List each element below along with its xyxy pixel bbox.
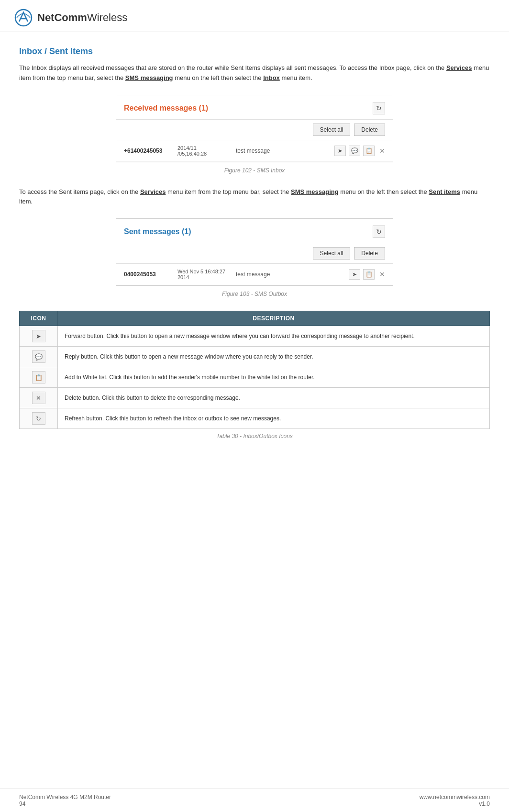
sent-delete-x-button[interactable]: ✕: [379, 271, 385, 278]
sent-recipient-phone: 0400245053: [124, 271, 172, 278]
logo: NetCommWireless: [14, 9, 127, 27]
sent-figure-caption: Figure 103 - SMS Outbox: [19, 291, 490, 297]
icon-cell: 📋: [20, 367, 58, 388]
footer-version: v1.0: [479, 801, 490, 807]
inbox-forward-button[interactable]: ➤: [334, 146, 346, 156]
page-header: NetCommWireless: [0, 0, 509, 32]
icon-table-row: 📋Add to White list. Click this button to…: [20, 367, 490, 388]
forward-icon: ➤: [32, 330, 45, 342]
main-content: Inbox / Sent Items The Inbox displays al…: [0, 32, 509, 459]
icon-table-row: ✕Delete button. Click this button to del…: [20, 388, 490, 408]
inbox-refresh-button[interactable]: ↻: [373, 102, 385, 114]
sent-message-actions: ➤ 📋 ✕: [349, 269, 385, 280]
sent-panel-header: Sent messages (1) ↻: [116, 219, 393, 243]
icon-description: Delete button. Click this button to dele…: [58, 388, 490, 408]
icon-table-row: ↻Refresh button. Click this button to re…: [20, 408, 490, 429]
inbox-select-all-button[interactable]: Select all: [313, 124, 351, 136]
table-caption: Table 30 - Inbox/Outbox Icons: [19, 433, 490, 440]
refresh-icon: ↻: [32, 412, 45, 425]
inbox-reply-button[interactable]: 💬: [349, 146, 360, 156]
sent-panel-wrapper: Sent messages (1) ↻ Select all Delete 04…: [19, 218, 490, 286]
sent-select-all-button[interactable]: Select all: [313, 247, 351, 259]
inbox-toolbar: Select all Delete: [116, 120, 393, 140]
inbox-title: Received messages (1): [124, 104, 208, 113]
sent-refresh-button[interactable]: ↻: [373, 226, 385, 238]
icon-table-row: ➤Forward button. Click this button to op…: [20, 326, 490, 347]
inbox-whitelist-button[interactable]: 📋: [363, 146, 375, 156]
intro-paragraph: The Inbox displays all received messages…: [19, 63, 490, 83]
sent-message-body: test message: [236, 271, 343, 278]
icon-col-header: ICON: [20, 311, 58, 326]
sent-forward-button[interactable]: ➤: [349, 269, 360, 280]
reply-icon: 💬: [32, 350, 45, 363]
icon-cell: ↻: [20, 408, 58, 429]
inbox-sender-phone: +61400245053: [124, 147, 172, 154]
sent-message-row: 0400245053 Wed Nov 5 16:48:272014 test m…: [116, 264, 393, 285]
inbox-message-body: test message: [236, 147, 329, 154]
icon-table-row: 💬Reply button. Click this button to open…: [20, 347, 490, 367]
delete-icon: ✕: [32, 392, 45, 404]
section-title: Inbox / Sent Items: [19, 46, 490, 56]
icon-description: Forward button. Click this button to ope…: [58, 326, 490, 347]
inbox-panel-header: Received messages (1) ↻: [116, 95, 393, 120]
icon-cell: 💬: [20, 347, 58, 367]
footer-page-number: 94: [19, 801, 111, 807]
icon-cell: ➤: [20, 326, 58, 347]
inbox-message-time: 2014/11/05,16:40:28: [177, 145, 230, 157]
sent-intro-paragraph: To access the Sent items page, click on …: [19, 187, 490, 207]
sent-toolbar: Select all Delete: [116, 243, 393, 264]
footer-product: NetComm Wireless 4G M2M Router: [19, 794, 111, 801]
page-footer: NetComm Wireless 4G M2M Router 94 www.ne…: [0, 789, 509, 812]
logo-text: NetCommWireless: [37, 11, 127, 24]
inbox-delete-x-button[interactable]: ✕: [379, 147, 385, 155]
icon-cell: ✕: [20, 388, 58, 408]
inbox-panel: Received messages (1) ↻ Select all Delet…: [116, 95, 393, 162]
icon-description: Reply button. Click this button to open …: [58, 347, 490, 367]
whitelist-icon: 📋: [32, 371, 45, 383]
inbox-delete-button[interactable]: Delete: [354, 124, 385, 136]
logo-icon: [14, 9, 33, 27]
inbox-figure-caption: Figure 102 - SMS Inbox: [19, 167, 490, 174]
inbox-message-row: +61400245053 2014/11/05,16:40:28 test me…: [116, 140, 393, 162]
sent-title: Sent messages (1): [124, 227, 191, 236]
icon-description: Add to White list. Click this button to …: [58, 367, 490, 388]
icon-description: Refresh button. Click this button to ref…: [58, 408, 490, 429]
sent-panel: Sent messages (1) ↻ Select all Delete 04…: [116, 218, 393, 286]
inbox-panel-wrapper: Received messages (1) ↻ Select all Delet…: [19, 95, 490, 162]
footer-website: www.netcommwireless.com: [420, 794, 490, 801]
inbox-message-actions: ➤ 💬 📋 ✕: [334, 146, 385, 156]
sent-delete-button[interactable]: Delete: [354, 247, 385, 259]
sent-whitelist-button[interactable]: 📋: [363, 269, 375, 280]
desc-col-header: DESCRIPTION: [58, 311, 490, 326]
sent-message-time: Wed Nov 5 16:48:272014: [177, 269, 230, 280]
icons-table: ICON DESCRIPTION ➤Forward button. Click …: [19, 311, 490, 429]
